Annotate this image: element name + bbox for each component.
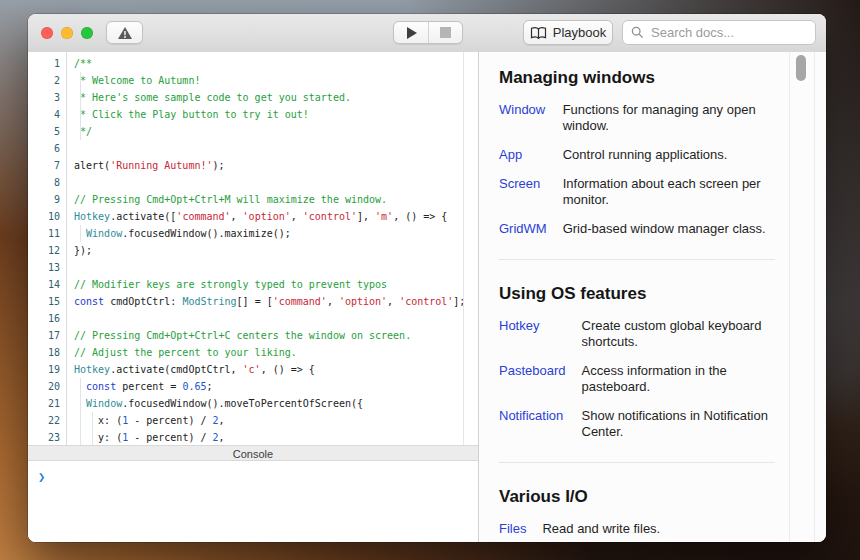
doc-description: Information about each screen per monito… bbox=[563, 176, 775, 208]
code-text: // Adjust the percent to your liking. bbox=[66, 344, 478, 361]
doc-link-hotkey[interactable]: Hotkey bbox=[499, 318, 566, 350]
code-line[interactable]: 1/** bbox=[28, 55, 478, 72]
indent-guide bbox=[80, 123, 81, 140]
zoom-window-button[interactable] bbox=[81, 27, 93, 39]
indent-guide bbox=[80, 412, 81, 429]
code-text: const percent = 0.65; bbox=[66, 378, 478, 395]
code-line[interactable]: 9// Pressing Cmd+Opt+Ctrl+M will maximiz… bbox=[28, 191, 478, 208]
doc-link-files[interactable]: Files bbox=[499, 521, 526, 537]
docs-content: Managing windowsWindowFunctions for mana… bbox=[479, 52, 791, 542]
search-icon bbox=[631, 26, 644, 39]
code-editor[interactable]: 1/**2 * Welcome to Autumn!3 * Here's som… bbox=[28, 52, 478, 445]
indent-guide bbox=[80, 106, 81, 123]
doc-link-window[interactable]: Window bbox=[499, 102, 547, 134]
code-text: * Here's some sample code to get you sta… bbox=[66, 89, 478, 106]
code-line[interactable]: 19Hotkey.activate(cmdOptCtrl, 'c', () =>… bbox=[28, 361, 478, 378]
code-text: }); bbox=[66, 242, 478, 259]
line-number: 7 bbox=[28, 157, 66, 174]
line-number: 16 bbox=[28, 310, 66, 327]
line-number: 9 bbox=[28, 191, 66, 208]
search-input[interactable] bbox=[649, 24, 807, 41]
doc-link-app[interactable]: App bbox=[499, 147, 547, 163]
code-line[interactable]: 2 * Welcome to Autumn! bbox=[28, 72, 478, 89]
code-text: x: (1 - percent) / 2, bbox=[66, 412, 478, 429]
doc-link-screen[interactable]: Screen bbox=[499, 176, 547, 208]
warning-icon bbox=[117, 26, 133, 40]
code-text: const cmdOptCtrl: ModString[] = ['comman… bbox=[66, 293, 478, 310]
code-line[interactable]: 22 x: (1 - percent) / 2, bbox=[28, 412, 478, 429]
indent-guide bbox=[80, 225, 81, 242]
code-line[interactable]: 3 * Here's some sample code to get you s… bbox=[28, 89, 478, 106]
search-field[interactable] bbox=[622, 20, 816, 45]
docs-rows: FilesRead and write files.NetAccess the … bbox=[499, 521, 775, 542]
console-header: Console bbox=[28, 445, 478, 461]
line-number: 21 bbox=[28, 395, 66, 412]
line-number: 19 bbox=[28, 361, 66, 378]
code-line[interactable]: 15const cmdOptCtrl: ModString[] = ['comm… bbox=[28, 293, 478, 310]
code-line[interactable]: 18// Adjust the percent to your liking. bbox=[28, 344, 478, 361]
code-text: Window.focusedWindow().moveToPercentOfSc… bbox=[66, 395, 478, 412]
indent-guide bbox=[80, 429, 81, 445]
indent-guide bbox=[80, 378, 81, 395]
doc-link-notification[interactable]: Notification bbox=[499, 408, 566, 440]
code-line[interactable]: 21 Window.focusedWindow().moveToPercentO… bbox=[28, 395, 478, 412]
docs-section-title: Managing windows bbox=[499, 68, 775, 88]
code-line[interactable]: 6 bbox=[28, 140, 478, 157]
code-line[interactable]: 11 Window.focusedWindow().maximize(); bbox=[28, 225, 478, 242]
code-line[interactable]: 20 const percent = 0.65; bbox=[28, 378, 478, 395]
warnings-button[interactable] bbox=[106, 21, 143, 44]
code-line[interactable]: 16 bbox=[28, 310, 478, 327]
docs-scrollbar-thumb[interactable] bbox=[796, 55, 806, 81]
code-text: */ bbox=[66, 123, 478, 140]
doc-description: Grid-based window manager class. bbox=[563, 221, 775, 237]
docs-rows: HotkeyCreate custom global keyboard shor… bbox=[499, 318, 775, 440]
code-line[interactable]: 5 */ bbox=[28, 123, 478, 140]
run-button[interactable] bbox=[394, 22, 428, 43]
code-line[interactable]: 23 y: (1 - percent) / 2, bbox=[28, 429, 478, 445]
code-line[interactable]: 12}); bbox=[28, 242, 478, 259]
line-number: 15 bbox=[28, 293, 66, 310]
doc-link-pasteboard[interactable]: Pasteboard bbox=[499, 363, 566, 395]
code-text: // Pressing Cmd+Opt+Ctrl+C centers the w… bbox=[66, 327, 478, 344]
code-line[interactable]: 13 bbox=[28, 259, 478, 276]
code-line[interactable]: 7alert('Running Autumn!'); bbox=[28, 157, 478, 174]
console-prompt: ❯ bbox=[38, 470, 45, 484]
doc-description: Create custom global keyboard shortcuts. bbox=[582, 318, 776, 350]
code-line[interactable]: 10Hotkey.activate(['command', 'option', … bbox=[28, 208, 478, 225]
line-number: 12 bbox=[28, 242, 66, 259]
line-number: 1 bbox=[28, 55, 66, 72]
line-number: 17 bbox=[28, 327, 66, 344]
indent-guide bbox=[80, 89, 81, 106]
doc-description: Read and write files. bbox=[542, 521, 775, 537]
code-line[interactable]: 8 bbox=[28, 174, 478, 191]
minimize-window-button[interactable] bbox=[61, 27, 73, 39]
editor-scrollbar[interactable] bbox=[463, 52, 478, 445]
doc-description: Access information in the pasteboard. bbox=[582, 363, 776, 395]
editor-pane: 1/**2 * Welcome to Autumn!3 * Here's som… bbox=[28, 52, 478, 542]
code-line[interactable]: 17// Pressing Cmd+Opt+Ctrl+C centers the… bbox=[28, 327, 478, 344]
docs-section: Managing windowsWindowFunctions for mana… bbox=[499, 54, 775, 237]
playbook-label: Playbook bbox=[553, 25, 606, 40]
docs-scrollbar[interactable] bbox=[789, 52, 815, 542]
indent-guide bbox=[80, 72, 81, 89]
stop-icon bbox=[440, 27, 451, 38]
docs-section: Using OS featuresHotkeyCreate custom glo… bbox=[499, 259, 775, 440]
code-line[interactable]: 14// Modifier keys are strongly typed to… bbox=[28, 276, 478, 293]
code-text: Hotkey.activate(['command', 'option', 'c… bbox=[66, 208, 478, 225]
console[interactable]: ❯ bbox=[28, 463, 478, 542]
line-number: 2 bbox=[28, 72, 66, 89]
docs-section: Various I/OFilesRead and write files.Net… bbox=[499, 462, 775, 542]
code-text: // Pressing Cmd+Opt+Ctrl+M will maximize… bbox=[66, 191, 478, 208]
code-text: // Modifier keys are strongly typed to p… bbox=[66, 276, 478, 293]
line-number: 3 bbox=[28, 89, 66, 106]
close-window-button[interactable] bbox=[41, 27, 53, 39]
line-number: 20 bbox=[28, 378, 66, 395]
code-line[interactable]: 4 * Click the Play button to try it out! bbox=[28, 106, 478, 123]
doc-link-gridwm[interactable]: GridWM bbox=[499, 221, 547, 237]
playbook-button[interactable]: Playbook bbox=[523, 20, 613, 45]
docs-pane: Managing windowsWindowFunctions for mana… bbox=[479, 52, 826, 542]
line-number: 14 bbox=[28, 276, 66, 293]
stop-button[interactable] bbox=[428, 22, 463, 43]
line-number: 8 bbox=[28, 174, 66, 191]
run-stop-segmented-control bbox=[393, 21, 463, 44]
